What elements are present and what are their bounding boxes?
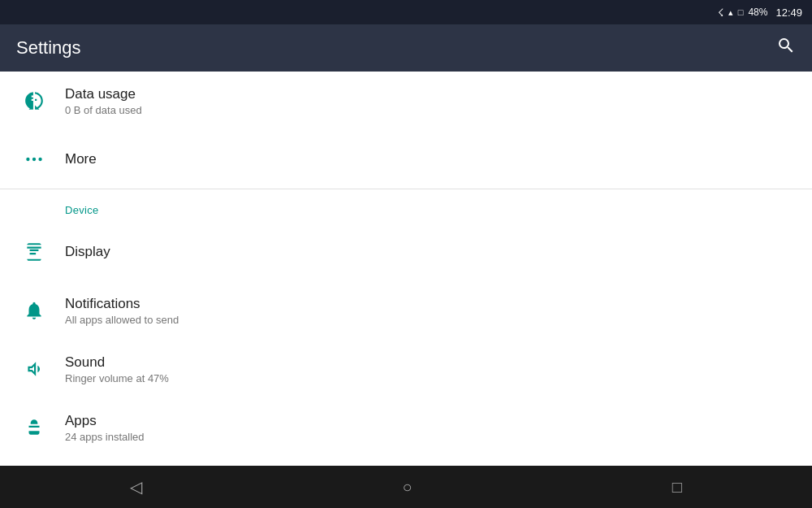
signal-icon: ▴ xyxy=(728,7,733,18)
search-icon xyxy=(776,36,796,55)
sound-title: Sound xyxy=(65,354,169,371)
settings-item-sound[interactable]: Sound Ringer volume at 47% xyxy=(0,340,812,398)
settings-content: Data usage 0 B of data used More Device … xyxy=(0,72,812,466)
data-usage-subtitle: 0 B of data used xyxy=(65,104,142,116)
bottom-navigation: ◁ ○ □ xyxy=(0,466,812,508)
sound-subtitle: Ringer volume at 47% xyxy=(65,372,169,384)
more-icon xyxy=(24,149,45,170)
sim-icon: □ xyxy=(738,7,744,17)
recents-button[interactable]: □ xyxy=(648,470,706,505)
device-section-header: Device xyxy=(0,189,812,223)
display-text: Display xyxy=(65,244,110,260)
status-bar: ☇ ▴ □ 48% 12:49 xyxy=(0,0,812,24)
data-usage-title: Data usage xyxy=(65,86,142,102)
apps-title: Apps xyxy=(65,413,145,429)
home-button[interactable]: ○ xyxy=(378,470,436,505)
settings-item-notifications[interactable]: Notifications All apps allowed to send xyxy=(0,281,812,340)
svg-point-1 xyxy=(32,158,36,161)
bluetooth-icon: ☇ xyxy=(718,7,723,19)
settings-item-data-usage[interactable]: Data usage 0 B of data used xyxy=(0,72,812,130)
settings-item-more[interactable]: More xyxy=(0,130,812,189)
more-title: More xyxy=(65,151,97,167)
display-icon xyxy=(24,241,45,263)
notifications-subtitle: All apps allowed to send xyxy=(65,314,179,326)
apps-icon-wrapper xyxy=(16,417,52,438)
notifications-icon-wrapper xyxy=(16,300,52,321)
search-button[interactable] xyxy=(776,36,796,60)
page-title: Settings xyxy=(16,37,776,59)
data-usage-text: Data usage 0 B of data used xyxy=(65,86,142,116)
svg-point-0 xyxy=(26,158,29,161)
display-icon-wrapper xyxy=(16,241,52,263)
back-button[interactable]: ◁ xyxy=(106,469,166,505)
data-usage-icon-wrapper xyxy=(16,90,52,111)
svg-point-2 xyxy=(38,158,41,161)
clock: 12:49 xyxy=(775,7,802,19)
app-bar: Settings xyxy=(0,24,812,72)
apps-subtitle: 24 apps installed xyxy=(65,431,145,443)
settings-item-apps[interactable]: Apps 24 apps installed xyxy=(0,398,812,457)
status-icons: ☇ ▴ □ 48% 12:49 xyxy=(718,7,802,19)
notifications-icon xyxy=(24,300,45,321)
apps-icon xyxy=(24,417,45,438)
sound-text: Sound Ringer volume at 47% xyxy=(65,354,169,384)
notifications-title: Notifications xyxy=(65,296,179,312)
data-usage-icon xyxy=(24,90,45,111)
sound-icon xyxy=(24,358,45,380)
sound-icon-wrapper xyxy=(16,358,52,380)
settings-item-display[interactable]: Display xyxy=(0,223,812,281)
more-icon-wrapper xyxy=(16,149,52,170)
display-title: Display xyxy=(65,244,110,260)
battery-indicator: 48% xyxy=(748,7,767,18)
notifications-text: Notifications All apps allowed to send xyxy=(65,296,179,326)
apps-text: Apps 24 apps installed xyxy=(65,413,145,443)
more-text: More xyxy=(65,151,97,167)
